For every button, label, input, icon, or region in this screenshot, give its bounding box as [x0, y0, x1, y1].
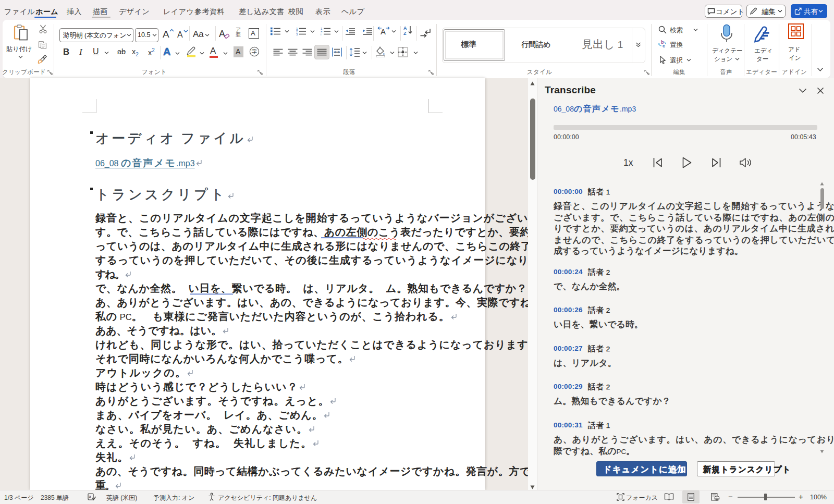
svg-text:3: 3: [296, 33, 298, 36]
svg-text:i: i: [321, 33, 321, 36]
svg-text:c: c: [663, 43, 665, 48]
svg-text:a: a: [89, 495, 91, 498]
svg-text:Z: Z: [403, 31, 407, 35]
svg-text:字: 字: [252, 48, 257, 55]
svg-text:A: A: [403, 26, 407, 31]
